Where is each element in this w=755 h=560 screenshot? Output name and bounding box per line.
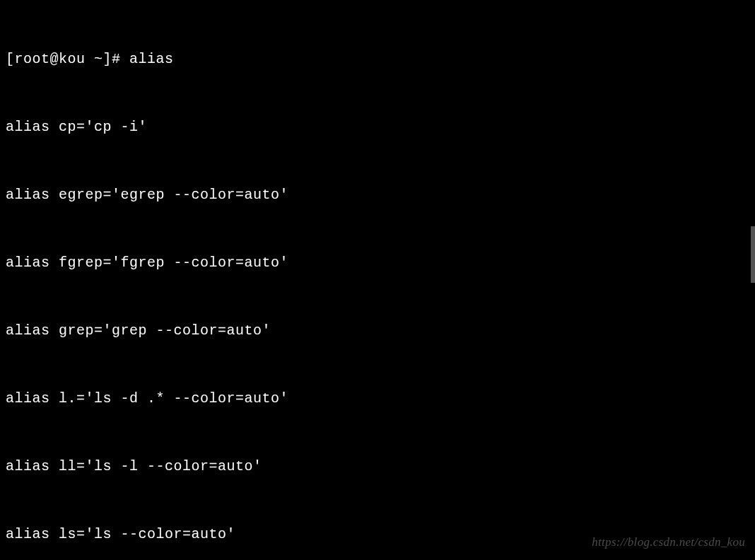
- watermark-text: https://blog.csdn.net/csdn_kou: [592, 532, 745, 552]
- terminal-line: alias egrep='egrep --color=auto': [6, 184, 749, 206]
- terminal-line: [root@kou ~]# alias: [6, 48, 749, 71]
- scrollbar[interactable]: [751, 226, 755, 283]
- terminal-line: alias grep='grep --color=auto': [6, 320, 749, 342]
- terminal-line: alias l.='ls -d .* --color=auto': [6, 387, 749, 410]
- terminal-line: alias cp='cp -i': [6, 116, 749, 139]
- terminal-line: alias ll='ls -l --color=auto': [6, 455, 749, 478]
- terminal-output[interactable]: [root@kou ~]# alias alias cp='cp -i' ali…: [6, 3, 749, 560]
- terminal-line: alias fgrep='fgrep --color=auto': [6, 252, 749, 274]
